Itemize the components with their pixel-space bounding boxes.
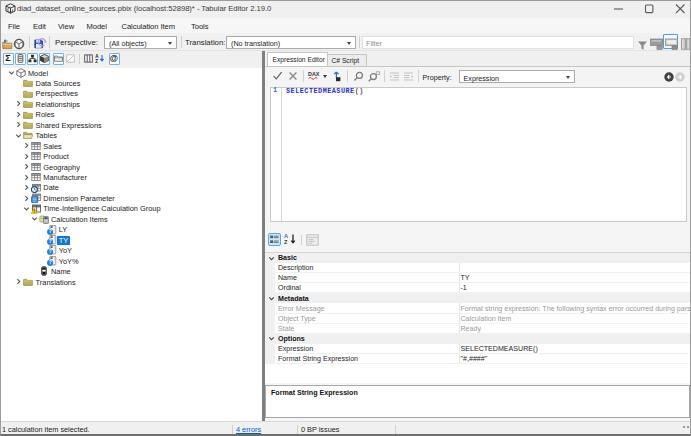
- svg-text:Z: Z: [284, 239, 288, 245]
- svg-text:DAX: DAX: [308, 71, 320, 77]
- svg-text:?: ?: [48, 260, 51, 265]
- svg-text:?: ?: [48, 250, 51, 255]
- svg-text:?: ?: [48, 229, 51, 234]
- svg-text:?: ?: [48, 239, 51, 244]
- svg-text:Z: Z: [95, 59, 98, 63]
